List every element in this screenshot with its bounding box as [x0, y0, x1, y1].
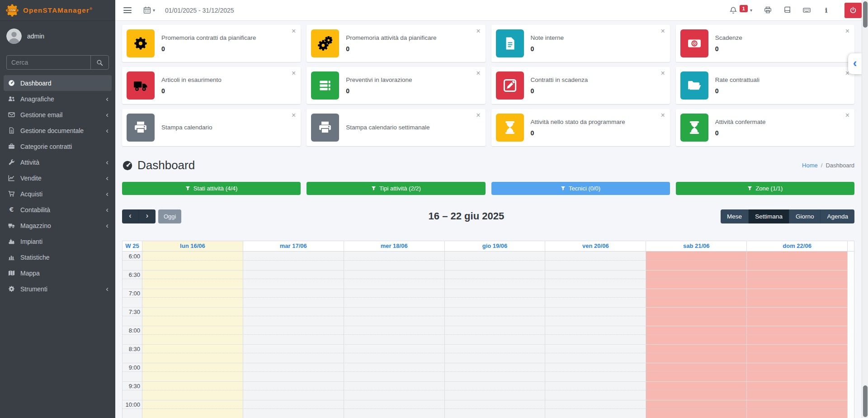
time-label: 6:00: [129, 253, 140, 260]
page-scrollbar[interactable]: [862, 0, 868, 418]
time-label: 8:00: [129, 327, 140, 334]
widget-count: 0: [346, 87, 412, 95]
day-header-0[interactable]: lun 16/06: [142, 241, 243, 251]
filter-button-tipi-attivita[interactable]: Tipi attività (2/2): [307, 182, 485, 195]
logout-button[interactable]: [844, 3, 862, 18]
power-icon: [849, 7, 857, 14]
filter-icon: [747, 186, 752, 191]
day-header-1[interactable]: mar 17/06: [243, 241, 344, 251]
chevron-left-icon: ‹: [853, 56, 857, 70]
close-icon[interactable]: ×: [476, 28, 480, 35]
view-button-mese[interactable]: Mese: [721, 209, 748, 223]
cart-icon: [8, 190, 15, 198]
view-button-agenda[interactable]: Agenda: [820, 209, 854, 223]
widget-card-attivita-confermate[interactable]: Attività confermate0×: [676, 109, 854, 146]
widget-panel-toggle[interactable]: ‹: [848, 53, 862, 74]
view-button-settimana[interactable]: Settimana: [748, 209, 789, 223]
info-icon[interactable]: i: [822, 6, 830, 14]
close-icon[interactable]: ×: [292, 112, 296, 119]
search-input[interactable]: [7, 56, 90, 69]
sidebar-item-impianti[interactable]: Impianti: [0, 233, 115, 249]
close-icon[interactable]: ×: [660, 112, 665, 119]
widget-card-scadenze[interactable]: 0Scadenze0×: [676, 25, 854, 62]
day-column-2[interactable]: [344, 252, 444, 418]
day-column-3[interactable]: [444, 252, 545, 418]
widget-card-rate-contrattuali[interactable]: Rate contrattuali0×: [676, 67, 854, 104]
chevron-left-icon: ‹: [106, 110, 108, 118]
bar-chart-icon: [8, 254, 15, 261]
heading-row: Dashboard Home / Dashboard: [122, 158, 854, 173]
search-button[interactable]: [90, 56, 108, 69]
widget-card-promemoria-attivita[interactable]: Promemoria attività da pianificare0×: [307, 25, 485, 62]
widget-card-contratti-scadenza[interactable]: Contratti in scadenza0×: [491, 67, 670, 104]
widget-label: Contratti in scadenza: [531, 76, 588, 84]
sidebar-item-anagrafiche[interactable]: Anagrafiche‹: [0, 91, 115, 107]
filter-button-zone[interactable]: Zone (1/1): [676, 182, 854, 195]
notifications-button[interactable]: 1 ▾: [729, 6, 752, 14]
widget-card-stampa-calendario-settimanale[interactable]: Stampa calendario settimanale×: [307, 109, 485, 146]
gear-icon: [127, 29, 155, 57]
widget-card-articoli-esaurimento[interactable]: Articoli in esaurimento0×: [122, 67, 301, 104]
filter-button-stati-attivita[interactable]: Stati attività (4/4): [122, 182, 301, 195]
widget-label: Stampa calendario settimanale: [346, 124, 429, 131]
sidebar-item-strumenti[interactable]: Strumenti‹: [0, 281, 115, 297]
book-icon[interactable]: [783, 6, 791, 14]
printer-icon[interactable]: [764, 6, 772, 14]
day-header-3[interactable]: gio 19/06: [444, 241, 545, 251]
close-icon[interactable]: ×: [845, 28, 849, 35]
sidebar-item-statistiche[interactable]: Statistiche: [0, 249, 115, 265]
widget-card-attivita-da-programmare[interactable]: Attività nello stato da programmare0×: [491, 109, 670, 146]
widget-card-stampa-calendario[interactable]: Stampa calendario×: [122, 109, 301, 146]
sidebar-item-categorie-contratti[interactable]: Categorie contratti: [0, 138, 115, 154]
calendar-prev-button[interactable]: ‹: [122, 209, 139, 223]
close-icon[interactable]: ×: [292, 70, 296, 77]
sidebar-item-mappa[interactable]: Mappa: [0, 265, 115, 281]
close-icon[interactable]: ×: [660, 28, 665, 35]
filter-row: Stati attività (4/4)Tipi attività (2/2)T…: [122, 182, 854, 195]
sidebar-item-gestione-email[interactable]: Gestione email‹: [0, 107, 115, 123]
day-header-4[interactable]: ven 20/06: [545, 241, 646, 251]
sidebar-item-attivita[interactable]: Attività‹: [0, 154, 115, 170]
app-logo[interactable]: OSM OpenSTAManager®: [0, 0, 115, 21]
day-header-2[interactable]: mer 18/06: [344, 241, 444, 251]
user-avatar[interactable]: [6, 28, 22, 44]
day-column-4[interactable]: [545, 252, 646, 418]
widget-card-promemoria-contratti[interactable]: Promemoria contratti da pianificare0×: [122, 25, 301, 62]
breadcrumb-home-link[interactable]: Home: [802, 162, 818, 169]
keyboard-icon[interactable]: [803, 6, 811, 14]
day-column-1[interactable]: [243, 252, 344, 418]
calendar-next-button[interactable]: ›: [139, 209, 156, 223]
widget-card-preventivi-lavorazione[interactable]: Preventivi in lavorazione0×: [307, 67, 485, 104]
sidebar-item-dashboard[interactable]: Dashboard: [4, 75, 112, 91]
envelope-icon: [8, 111, 15, 119]
day-header-6[interactable]: dom 22/06: [746, 241, 847, 251]
week-calendar: W 25lun 16/06mar 17/06mer 18/06gio 19/06…: [122, 241, 854, 418]
calendar-toolbar: ‹ › Oggi 16 – 22 giu 2025 MeseSettimanaG…: [122, 209, 854, 224]
sidebar-item-acquisti[interactable]: Acquisti‹: [0, 186, 115, 202]
period-select-button[interactable]: ▾: [143, 6, 155, 14]
scrollbar-thumb[interactable]: [863, 1, 868, 28]
widget-card-note-interne[interactable]: Note interne0×: [491, 25, 670, 62]
time-label: 8:30: [129, 346, 140, 352]
caret-down-icon: ▾: [750, 8, 752, 13]
day-column-0[interactable]: [142, 252, 243, 418]
close-icon[interactable]: ×: [845, 112, 849, 119]
sidebar-item-contabilita[interactable]: €Contabilità‹: [0, 202, 115, 218]
close-icon[interactable]: ×: [660, 70, 665, 77]
sidebar-item-vendite[interactable]: Vendite‹: [0, 170, 115, 186]
scrollbar-thumb[interactable]: [863, 385, 868, 417]
day-column-5[interactable]: [646, 252, 746, 418]
view-button-giorno[interactable]: Giorno: [789, 209, 821, 223]
sidebar-item-magazzino[interactable]: Magazzino‹: [0, 218, 115, 233]
day-column-6[interactable]: [746, 252, 847, 418]
date-range[interactable]: 01/01/2025 - 31/12/2025: [165, 7, 234, 14]
today-button[interactable]: Oggi: [158, 209, 181, 223]
sidebar-item-gestione-documentale[interactable]: Gestione documentale‹: [0, 123, 115, 138]
breadcrumb: Home / Dashboard: [802, 162, 854, 169]
day-header-5[interactable]: sab 21/06: [646, 241, 746, 251]
close-icon[interactable]: ×: [476, 112, 480, 119]
filter-button-tecnici[interactable]: Tecnici (0/0): [491, 182, 670, 195]
close-icon[interactable]: ×: [476, 70, 480, 77]
close-icon[interactable]: ×: [292, 28, 296, 35]
hamburger-icon[interactable]: [123, 7, 132, 13]
